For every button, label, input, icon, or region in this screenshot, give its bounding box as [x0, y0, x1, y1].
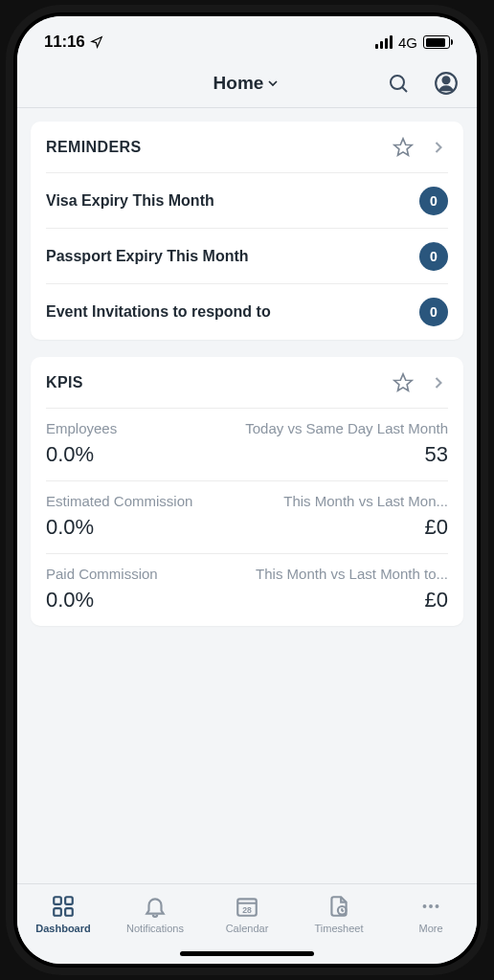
reminder-row-visa[interactable]: Visa Expiry This Month 0 [46, 173, 448, 229]
battery-icon [423, 35, 450, 49]
chevron-right-icon[interactable] [429, 373, 448, 392]
tab-timesheet[interactable]: Timesheet [293, 894, 385, 934]
header-title-dropdown[interactable]: Home [213, 73, 281, 94]
tab-more[interactable]: More [385, 894, 477, 934]
kpi-row-est-commission[interactable]: Estimated Commission This Month vs Last … [46, 481, 448, 554]
tab-label: Notifications [126, 923, 184, 934]
chevron-right-icon[interactable] [429, 138, 448, 157]
kpi-label: Estimated Commission [46, 493, 192, 509]
svg-line-1 [402, 87, 407, 92]
profile-icon [434, 71, 459, 96]
tab-notifications[interactable]: Notifications [109, 894, 201, 934]
star-icon[interactable] [393, 137, 414, 158]
svg-point-0 [391, 76, 404, 89]
kpi-value-left: 0.0% [46, 515, 94, 540]
kpis-header[interactable]: KPIS [46, 357, 448, 409]
svg-point-16 [436, 904, 439, 908]
svg-point-15 [429, 904, 433, 908]
app-header: Home [17, 58, 477, 108]
kpi-comparison: Today vs Same Day Last Month [245, 420, 448, 436]
kpi-label: Employees [46, 420, 117, 436]
kpi-value-left: 0.0% [46, 442, 94, 467]
kpi-label: Paid Commission [46, 566, 158, 582]
kpi-row-paid-commission[interactable]: Paid Commission This Month vs Last Month… [46, 554, 448, 626]
tab-dashboard[interactable]: Dashboard [17, 894, 109, 934]
reminder-row-passport[interactable]: Passport Expiry This Month 0 [46, 229, 448, 284]
status-time-text: 11:16 [44, 33, 84, 52]
svg-marker-5 [394, 373, 412, 390]
home-indicator[interactable] [180, 951, 314, 956]
kpi-row-employees[interactable]: Employees Today vs Same Day Last Month 0… [46, 409, 448, 481]
tab-label: More [418, 923, 442, 934]
header-title-text: Home [213, 73, 264, 94]
count-badge: 0 [419, 242, 448, 271]
kpi-value-right: 53 [425, 442, 448, 467]
svg-point-3 [443, 77, 450, 83]
status-bar: 11:16 4G [17, 16, 477, 58]
svg-text:28: 28 [242, 905, 252, 915]
kpis-card: KPIS Employees Today vs Same Day Last Mo… [31, 357, 463, 626]
kpis-title: KPIS [46, 374, 83, 391]
kpi-comparison: This Month vs Last Month to... [256, 566, 448, 582]
content-scroll[interactable]: REMINDERS Visa Expiry This Month 0 Passp… [17, 108, 477, 883]
kpi-value-left: 0.0% [46, 588, 94, 612]
svg-marker-4 [394, 138, 412, 154]
dashboard-icon [51, 894, 76, 919]
calendar-icon: 28 [235, 894, 259, 919]
svg-rect-6 [54, 897, 61, 904]
reminder-label: Event Invitations to respond to [46, 303, 271, 321]
tab-label: Timesheet [315, 923, 364, 934]
reminders-header[interactable]: REMINDERS [46, 122, 448, 173]
count-badge: 0 [419, 298, 448, 326]
signal-icon [375, 35, 393, 49]
search-icon [387, 72, 410, 95]
svg-rect-7 [65, 897, 73, 904]
phone-frame: 11:16 4G Home REMINDERS [17, 16, 477, 964]
location-icon [90, 35, 103, 49]
status-right: 4G [375, 34, 450, 51]
reminders-card: REMINDERS Visa Expiry This Month 0 Passp… [31, 122, 463, 340]
tab-label: Calendar [226, 923, 269, 934]
status-time: 11:16 [44, 33, 103, 52]
timesheet-icon [326, 894, 351, 919]
reminders-title: REMINDERS [46, 139, 142, 156]
tab-label: Dashboard [35, 923, 90, 934]
bell-icon [143, 894, 168, 919]
chevron-down-icon [265, 76, 281, 91]
network-label: 4G [398, 34, 417, 51]
svg-point-14 [423, 904, 427, 908]
more-icon [418, 894, 443, 919]
kpi-value-right: £0 [425, 515, 448, 540]
tab-calendar[interactable]: 28 Calendar [201, 894, 293, 934]
svg-rect-8 [54, 908, 61, 916]
kpi-value-right: £0 [425, 588, 448, 612]
reminder-label: Passport Expiry This Month [46, 248, 249, 265]
star-icon[interactable] [393, 372, 414, 393]
profile-button[interactable] [433, 70, 460, 97]
search-button[interactable] [385, 70, 412, 97]
reminder-label: Visa Expiry This Month [46, 192, 214, 210]
reminder-row-events[interactable]: Event Invitations to respond to 0 [46, 284, 448, 340]
svg-rect-9 [65, 908, 73, 916]
count-badge: 0 [419, 187, 448, 215]
kpi-comparison: This Month vs Last Mon... [283, 493, 448, 509]
